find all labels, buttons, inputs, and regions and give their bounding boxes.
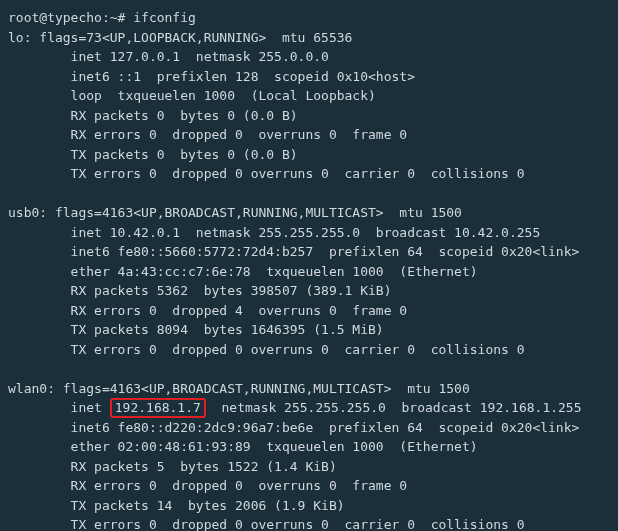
lo-rx-errors: RX errors 0 dropped 0 overruns 0 frame 0 (8, 125, 610, 145)
wlan0-ether: ether 02:00:48:61:93:89 txqueuelen 1000 … (8, 437, 610, 457)
wlan0-rx-packets: RX packets 5 bytes 1522 (1.4 KiB) (8, 457, 610, 477)
lo-inet6: inet6 ::1 prefixlen 128 scopeid 0x10<hos… (8, 67, 610, 87)
usb0-tx-errors: TX errors 0 dropped 0 overruns 0 carrier… (8, 340, 610, 360)
prompt-path: ~# (110, 10, 126, 25)
wlan0-tx-errors: TX errors 0 dropped 0 overruns 0 carrier… (8, 515, 610, 531)
lo-tx-packets: TX packets 0 bytes 0 (0.0 B) (8, 145, 610, 165)
wlan0-tx-packets: TX packets 14 bytes 2006 (1.9 KiB) (8, 496, 610, 516)
wlan0-inet-line: inet 192.168.1.7 netmask 255.255.255.0 b… (8, 398, 610, 418)
usb0-inet6: inet6 fe80::5660:5772:72d4:b257 prefixle… (8, 242, 610, 262)
terminal-output: root@typecho:~# ifconfiglo: flags=73<UP,… (8, 8, 610, 531)
usb0-rx-errors: RX errors 0 dropped 4 overruns 0 frame 0 (8, 301, 610, 321)
wlan0-inet-suffix: netmask 255.255.255.0 broadcast 192.168.… (206, 400, 582, 415)
wlan0-inet6: inet6 fe80::d220:2dc9:96a7:be6e prefixle… (8, 418, 610, 438)
wlan0-ip: 192.168.1.7 (115, 400, 201, 415)
usb0-ether: ether 4a:43:cc:c7:6e:78 txqueuelen 1000 … (8, 262, 610, 282)
usb0-inet: inet 10.42.0.1 netmask 255.255.255.0 bro… (8, 223, 610, 243)
wlan0-inet-prefix: inet (8, 400, 110, 415)
blank-line-2 (8, 359, 610, 379)
command: ifconfig (133, 10, 196, 25)
prompt-line: root@typecho:~# ifconfig (8, 8, 610, 28)
lo-header: lo: flags=73<UP,LOOPBACK,RUNNING> mtu 65… (8, 28, 610, 48)
usb0-header: usb0: flags=4163<UP,BROADCAST,RUNNING,MU… (8, 203, 610, 223)
blank-line-1 (8, 184, 610, 204)
wlan0-rx-errors: RX errors 0 dropped 0 overruns 0 frame 0 (8, 476, 610, 496)
prompt-user-host: root@typecho (8, 10, 102, 25)
lo-loop: loop txqueuelen 1000 (Local Loopback) (8, 86, 610, 106)
wlan0-header: wlan0: flags=4163<UP,BROADCAST,RUNNING,M… (8, 379, 610, 399)
usb0-tx-packets: TX packets 8094 bytes 1646395 (1.5 MiB) (8, 320, 610, 340)
lo-tx-errors: TX errors 0 dropped 0 overruns 0 carrier… (8, 164, 610, 184)
lo-inet: inet 127.0.0.1 netmask 255.0.0.0 (8, 47, 610, 67)
lo-rx-packets: RX packets 0 bytes 0 (0.0 B) (8, 106, 610, 126)
usb0-rx-packets: RX packets 5362 bytes 398507 (389.1 KiB) (8, 281, 610, 301)
wlan0-ip-highlight: 192.168.1.7 (110, 398, 206, 418)
